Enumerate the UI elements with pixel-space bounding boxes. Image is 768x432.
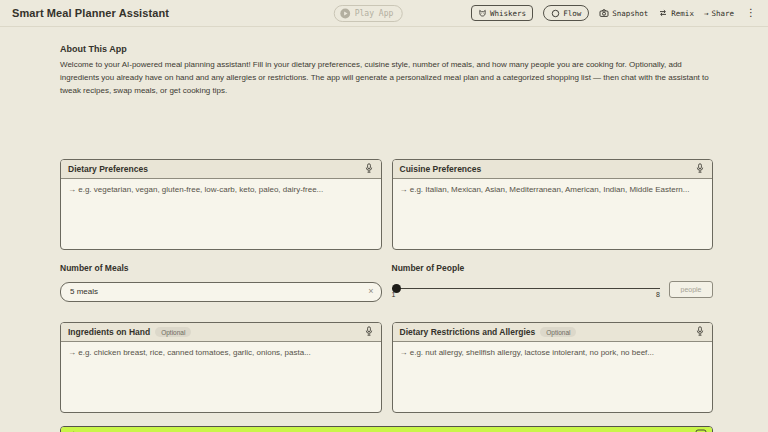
optional-badge: Optional bbox=[155, 327, 191, 337]
preferences-row: Dietary Preferences Cuisine Preferences bbox=[60, 159, 713, 250]
clear-icon[interactable]: × bbox=[368, 287, 373, 296]
flow-label: Flow bbox=[563, 9, 581, 18]
number-of-meals-input[interactable] bbox=[60, 282, 382, 302]
cuisine-preferences-input[interactable] bbox=[393, 179, 713, 249]
number-of-meals-field: × bbox=[60, 280, 382, 302]
counts-row: Number of Meals × Number of People 1 8 bbox=[60, 263, 713, 302]
snapshot-label: Snapshot bbox=[612, 9, 648, 18]
number-of-meals-group: Number of Meals × bbox=[60, 263, 382, 302]
flow-circle-icon bbox=[551, 9, 560, 18]
app-title: Smart Meal Planner Assistant bbox=[12, 7, 169, 19]
play-icon bbox=[340, 8, 351, 19]
optional-badge: Optional bbox=[540, 327, 576, 337]
play-app-label: Play App bbox=[355, 9, 394, 18]
play-app-button[interactable]: Play App bbox=[334, 5, 403, 22]
remix-label: Remix bbox=[671, 9, 694, 18]
slider-min-label: 1 bbox=[392, 291, 396, 298]
restrictions-label: Dietary Restrictions and Allergies bbox=[400, 327, 536, 337]
optional-row: Ingredients on Hand Optional Dietary Res… bbox=[60, 322, 713, 413]
number-of-people-label: Number of People bbox=[392, 263, 714, 273]
share-button[interactable]: → Share bbox=[704, 9, 734, 18]
whiskers-label: Whiskers bbox=[490, 9, 526, 18]
restrictions-header: Dietary Restrictions and Allergies Optio… bbox=[393, 323, 713, 342]
number-of-meals-label: Number of Meals bbox=[60, 263, 382, 273]
camera-icon bbox=[599, 8, 609, 18]
share-arrow-icon: → bbox=[704, 9, 709, 18]
header-actions: Whiskers Flow Snapshot bbox=[471, 5, 758, 21]
number-of-people-group: Number of People 1 8 bbox=[392, 263, 714, 302]
ingredients-input[interactable] bbox=[61, 342, 381, 412]
remix-button[interactable]: Remix bbox=[658, 8, 694, 18]
whiskers-button[interactable]: Whiskers bbox=[471, 5, 533, 21]
dietary-preferences-input[interactable] bbox=[61, 179, 381, 249]
cuisine-preferences-header: Cuisine Preferences bbox=[393, 160, 713, 179]
cuisine-preferences-label: Cuisine Preferences bbox=[400, 164, 482, 174]
flow-button[interactable]: Flow bbox=[543, 5, 589, 21]
about-description: Welcome to your AI-powered meal planning… bbox=[60, 59, 713, 97]
overflow-menu-button[interactable]: ⋮ bbox=[744, 8, 758, 18]
top-bar: Smart Meal Planner Assistant Play App Wh… bbox=[0, 0, 768, 27]
ingredients-card: Ingredients on Hand Optional bbox=[60, 322, 382, 413]
remix-icon bbox=[658, 8, 668, 18]
people-value-input[interactable] bbox=[669, 281, 713, 298]
about-title: About This App bbox=[60, 44, 713, 54]
dietary-preferences-label: Dietary Preferences bbox=[68, 164, 148, 174]
about-section: About This App Welcome to your AI-powere… bbox=[60, 44, 713, 97]
main-content: About This App Welcome to your AI-powere… bbox=[0, 44, 768, 432]
slider-max-label: 8 bbox=[656, 291, 660, 298]
number-of-people-field: 1 8 bbox=[392, 280, 714, 302]
restrictions-input[interactable] bbox=[393, 342, 713, 412]
cuisine-preferences-card: Cuisine Preferences bbox=[392, 159, 714, 250]
microphone-icon[interactable] bbox=[364, 325, 374, 340]
meal-plan-section: Meal Plan bbox=[60, 426, 713, 432]
ingredients-header: Ingredients on Hand Optional bbox=[61, 323, 381, 342]
cat-icon bbox=[478, 9, 487, 18]
meal-plan-header: Meal Plan bbox=[61, 427, 712, 432]
restrictions-card: Dietary Restrictions and Allergies Optio… bbox=[392, 322, 714, 413]
microphone-icon[interactable] bbox=[364, 162, 374, 177]
people-slider[interactable]: 1 8 bbox=[392, 280, 661, 302]
slider-track[interactable] bbox=[392, 288, 661, 289]
microphone-icon[interactable] bbox=[695, 162, 705, 177]
microphone-icon[interactable] bbox=[695, 325, 705, 340]
ingredients-label: Ingredients on Hand bbox=[68, 327, 150, 337]
share-label: Share bbox=[711, 9, 734, 18]
dietary-preferences-header: Dietary Preferences bbox=[61, 160, 381, 179]
dietary-preferences-card: Dietary Preferences bbox=[60, 159, 382, 250]
snapshot-button[interactable]: Snapshot bbox=[599, 8, 648, 18]
